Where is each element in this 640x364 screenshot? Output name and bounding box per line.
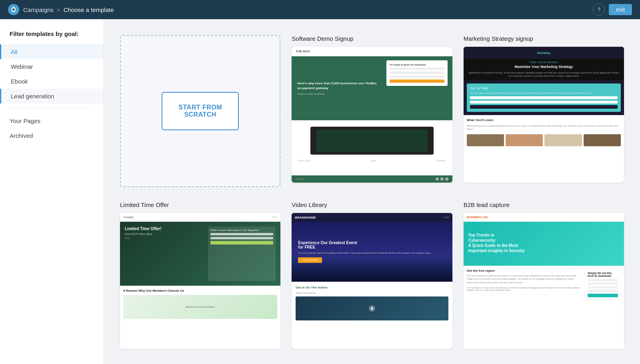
sidebar-item-all[interactable]: All — [0, 44, 104, 59]
template-marketing-strategy-card[interactable]: NowWay FREE 2 HOUR SESSION Maximize Your… — [464, 47, 624, 183]
sidebar: Filter templates by goal: All Webinar Eb… — [0, 19, 104, 364]
exit-button[interactable]: exit — [609, 4, 632, 15]
template-video-library[interactable]: Video Library BRANDNAME f t © Experience… — [292, 201, 452, 349]
scratch-label: START FROMSCRATCH — [162, 92, 239, 130]
template-b2b-lead-title: B2B lead capture — [464, 201, 624, 208]
template-b2b-lead[interactable]: B2B lead capture BUSINESS LOG Top Trends… — [464, 201, 624, 349]
sidebar-section-title: Filter templates by goal: — [0, 30, 104, 44]
template-b2b-lead-preview: BUSINESS LOG Top Trends inCybersecurity:… — [464, 213, 624, 349]
app-logo — [8, 4, 19, 15]
topnav: Campaigns > Choose a template ? exit — [0, 0, 640, 19]
topnav-right: ? exit — [593, 4, 632, 16]
help-button[interactable]: ? — [593, 4, 605, 16]
template-video-library-preview: BRANDNAME f t © Experience Our Greatest … — [292, 213, 452, 349]
template-video-library-title: Video Library — [292, 201, 452, 208]
sidebar-item-archived[interactable]: Archived — [0, 128, 104, 143]
breadcrumb-current: Choose a template — [64, 6, 114, 13]
sidebar-divider — [10, 108, 94, 109]
template-limited-time[interactable]: Limited Time Offer Compas f t © Limited … — [120, 201, 280, 349]
content-area: START FROMSCRATCH Software Demo Signup T… — [104, 19, 640, 364]
template-limited-time-preview: Compas f t © Limited Time Offer! Over $1… — [120, 213, 280, 349]
template-marketing-strategy-preview: NowWay FREE 2 HOUR SESSION Maximize Your… — [464, 47, 624, 183]
template-software-demo[interactable]: Software Demo Signup THE BOX Here's why … — [292, 35, 452, 187]
template-software-demo-title: Software Demo Signup — [292, 35, 452, 42]
topnav-left: Campaigns > Choose a template — [8, 4, 114, 15]
scratch-card[interactable]: START FROMSCRATCH — [120, 35, 280, 187]
template-software-demo-card[interactable]: THE BOX Here's why more than 5,000 busin… — [292, 47, 452, 183]
templates-grid: START FROMSCRATCH Software Demo Signup T… — [120, 35, 624, 349]
template-limited-time-title: Limited Time Offer — [120, 201, 280, 208]
breadcrumb-separator: > — [57, 6, 60, 13]
template-marketing-strategy[interactable]: Marketing Strategy signup NowWay FREE 2 … — [464, 35, 624, 187]
sidebar-item-ebook[interactable]: Ebook — [0, 74, 104, 89]
sidebar-item-your-pages[interactable]: Your Pages — [0, 113, 104, 128]
template-b2b-lead-card[interactable]: BUSINESS LOG Top Trends inCybersecurity:… — [464, 213, 624, 349]
template-marketing-strategy-title: Marketing Strategy signup — [464, 35, 624, 42]
sidebar-item-lead-generation[interactable]: Lead generation — [0, 89, 104, 103]
svg-point-0 — [12, 8, 14, 10]
main-layout: Filter templates by goal: All Webinar Eb… — [0, 19, 640, 364]
template-limited-time-card[interactable]: Compas f t © Limited Time Offer! Over $1… — [120, 213, 280, 349]
template-video-library-card[interactable]: BRANDNAME f t © Experience Our Greatest … — [292, 213, 452, 349]
sidebar-item-webinar[interactable]: Webinar — [0, 59, 104, 74]
template-software-demo-preview: THE BOX Here's why more than 5,000 busin… — [292, 47, 452, 183]
breadcrumb: Campaigns > Choose a template — [23, 6, 114, 13]
breadcrumb-parent[interactable]: Campaigns — [23, 6, 54, 13]
